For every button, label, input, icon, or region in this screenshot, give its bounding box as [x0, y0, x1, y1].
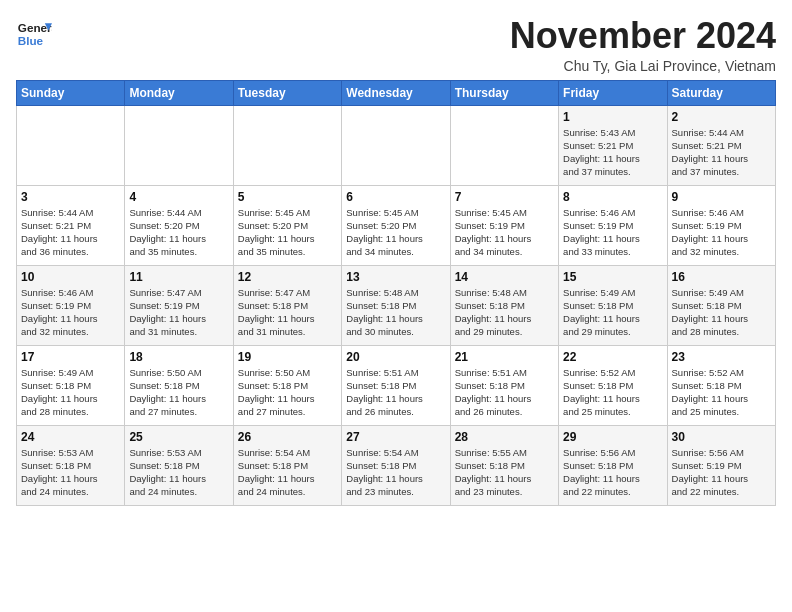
title-block: November 2024 Chu Ty, Gia Lai Province, … [510, 16, 776, 74]
day-number: 28 [455, 430, 554, 444]
calendar-cell: 23Sunrise: 5:52 AM Sunset: 5:18 PM Dayli… [667, 345, 775, 425]
calendar-header-row: SundayMondayTuesdayWednesdayThursdayFrid… [17, 80, 776, 105]
calendar-cell: 28Sunrise: 5:55 AM Sunset: 5:18 PM Dayli… [450, 425, 558, 505]
day-info: Sunrise: 5:46 AM Sunset: 5:19 PM Dayligh… [672, 206, 771, 259]
day-info: Sunrise: 5:51 AM Sunset: 5:18 PM Dayligh… [346, 366, 445, 419]
day-info: Sunrise: 5:49 AM Sunset: 5:18 PM Dayligh… [21, 366, 120, 419]
day-info: Sunrise: 5:45 AM Sunset: 5:19 PM Dayligh… [455, 206, 554, 259]
calendar-cell: 8Sunrise: 5:46 AM Sunset: 5:19 PM Daylig… [559, 185, 667, 265]
day-number: 20 [346, 350, 445, 364]
day-info: Sunrise: 5:54 AM Sunset: 5:18 PM Dayligh… [238, 446, 337, 499]
day-number: 5 [238, 190, 337, 204]
day-info: Sunrise: 5:46 AM Sunset: 5:19 PM Dayligh… [21, 286, 120, 339]
col-header-sunday: Sunday [17, 80, 125, 105]
calendar-cell: 10Sunrise: 5:46 AM Sunset: 5:19 PM Dayli… [17, 265, 125, 345]
calendar-week-row: 17Sunrise: 5:49 AM Sunset: 5:18 PM Dayli… [17, 345, 776, 425]
day-info: Sunrise: 5:54 AM Sunset: 5:18 PM Dayligh… [346, 446, 445, 499]
day-info: Sunrise: 5:48 AM Sunset: 5:18 PM Dayligh… [455, 286, 554, 339]
calendar-cell: 6Sunrise: 5:45 AM Sunset: 5:20 PM Daylig… [342, 185, 450, 265]
day-info: Sunrise: 5:55 AM Sunset: 5:18 PM Dayligh… [455, 446, 554, 499]
logo: General Blue [16, 16, 52, 52]
day-number: 6 [346, 190, 445, 204]
calendar-cell: 9Sunrise: 5:46 AM Sunset: 5:19 PM Daylig… [667, 185, 775, 265]
day-info: Sunrise: 5:44 AM Sunset: 5:21 PM Dayligh… [672, 126, 771, 179]
day-info: Sunrise: 5:46 AM Sunset: 5:19 PM Dayligh… [563, 206, 662, 259]
day-number: 27 [346, 430, 445, 444]
day-number: 11 [129, 270, 228, 284]
calendar-cell [342, 105, 450, 185]
day-info: Sunrise: 5:56 AM Sunset: 5:18 PM Dayligh… [563, 446, 662, 499]
calendar-cell [450, 105, 558, 185]
calendar-cell: 4Sunrise: 5:44 AM Sunset: 5:20 PM Daylig… [125, 185, 233, 265]
calendar-cell: 1Sunrise: 5:43 AM Sunset: 5:21 PM Daylig… [559, 105, 667, 185]
day-number: 10 [21, 270, 120, 284]
calendar-week-row: 1Sunrise: 5:43 AM Sunset: 5:21 PM Daylig… [17, 105, 776, 185]
day-info: Sunrise: 5:48 AM Sunset: 5:18 PM Dayligh… [346, 286, 445, 339]
day-number: 14 [455, 270, 554, 284]
day-info: Sunrise: 5:44 AM Sunset: 5:20 PM Dayligh… [129, 206, 228, 259]
day-number: 29 [563, 430, 662, 444]
day-number: 3 [21, 190, 120, 204]
day-info: Sunrise: 5:52 AM Sunset: 5:18 PM Dayligh… [563, 366, 662, 419]
day-number: 15 [563, 270, 662, 284]
calendar-cell: 30Sunrise: 5:56 AM Sunset: 5:19 PM Dayli… [667, 425, 775, 505]
calendar-cell: 18Sunrise: 5:50 AM Sunset: 5:18 PM Dayli… [125, 345, 233, 425]
day-number: 19 [238, 350, 337, 364]
day-info: Sunrise: 5:56 AM Sunset: 5:19 PM Dayligh… [672, 446, 771, 499]
day-number: 24 [21, 430, 120, 444]
day-info: Sunrise: 5:44 AM Sunset: 5:21 PM Dayligh… [21, 206, 120, 259]
calendar-cell [17, 105, 125, 185]
day-info: Sunrise: 5:47 AM Sunset: 5:18 PM Dayligh… [238, 286, 337, 339]
day-info: Sunrise: 5:53 AM Sunset: 5:18 PM Dayligh… [21, 446, 120, 499]
day-number: 7 [455, 190, 554, 204]
col-header-friday: Friday [559, 80, 667, 105]
day-number: 30 [672, 430, 771, 444]
day-info: Sunrise: 5:51 AM Sunset: 5:18 PM Dayligh… [455, 366, 554, 419]
day-number: 2 [672, 110, 771, 124]
col-header-wednesday: Wednesday [342, 80, 450, 105]
day-number: 26 [238, 430, 337, 444]
calendar-cell: 16Sunrise: 5:49 AM Sunset: 5:18 PM Dayli… [667, 265, 775, 345]
day-number: 18 [129, 350, 228, 364]
day-number: 4 [129, 190, 228, 204]
calendar-cell [233, 105, 341, 185]
calendar-cell: 11Sunrise: 5:47 AM Sunset: 5:19 PM Dayli… [125, 265, 233, 345]
calendar-cell: 7Sunrise: 5:45 AM Sunset: 5:19 PM Daylig… [450, 185, 558, 265]
calendar-week-row: 10Sunrise: 5:46 AM Sunset: 5:19 PM Dayli… [17, 265, 776, 345]
col-header-tuesday: Tuesday [233, 80, 341, 105]
location-subtitle: Chu Ty, Gia Lai Province, Vietnam [510, 58, 776, 74]
calendar-cell: 20Sunrise: 5:51 AM Sunset: 5:18 PM Dayli… [342, 345, 450, 425]
day-number: 17 [21, 350, 120, 364]
day-info: Sunrise: 5:52 AM Sunset: 5:18 PM Dayligh… [672, 366, 771, 419]
calendar-cell: 17Sunrise: 5:49 AM Sunset: 5:18 PM Dayli… [17, 345, 125, 425]
day-info: Sunrise: 5:50 AM Sunset: 5:18 PM Dayligh… [238, 366, 337, 419]
calendar-week-row: 3Sunrise: 5:44 AM Sunset: 5:21 PM Daylig… [17, 185, 776, 265]
calendar-cell: 15Sunrise: 5:49 AM Sunset: 5:18 PM Dayli… [559, 265, 667, 345]
day-info: Sunrise: 5:45 AM Sunset: 5:20 PM Dayligh… [238, 206, 337, 259]
page-header: General Blue November 2024 Chu Ty, Gia L… [16, 16, 776, 74]
svg-text:Blue: Blue [18, 34, 44, 47]
day-number: 21 [455, 350, 554, 364]
svg-text:General: General [18, 21, 52, 34]
calendar-cell: 13Sunrise: 5:48 AM Sunset: 5:18 PM Dayli… [342, 265, 450, 345]
day-info: Sunrise: 5:49 AM Sunset: 5:18 PM Dayligh… [563, 286, 662, 339]
month-year-title: November 2024 [510, 16, 776, 56]
calendar-cell: 12Sunrise: 5:47 AM Sunset: 5:18 PM Dayli… [233, 265, 341, 345]
day-info: Sunrise: 5:50 AM Sunset: 5:18 PM Dayligh… [129, 366, 228, 419]
day-number: 22 [563, 350, 662, 364]
calendar-cell: 26Sunrise: 5:54 AM Sunset: 5:18 PM Dayli… [233, 425, 341, 505]
calendar-cell: 25Sunrise: 5:53 AM Sunset: 5:18 PM Dayli… [125, 425, 233, 505]
calendar-cell [125, 105, 233, 185]
calendar-cell: 21Sunrise: 5:51 AM Sunset: 5:18 PM Dayli… [450, 345, 558, 425]
calendar-cell: 29Sunrise: 5:56 AM Sunset: 5:18 PM Dayli… [559, 425, 667, 505]
day-number: 13 [346, 270, 445, 284]
calendar-cell: 5Sunrise: 5:45 AM Sunset: 5:20 PM Daylig… [233, 185, 341, 265]
calendar-table: SundayMondayTuesdayWednesdayThursdayFrid… [16, 80, 776, 506]
day-info: Sunrise: 5:43 AM Sunset: 5:21 PM Dayligh… [563, 126, 662, 179]
logo-icon: General Blue [16, 16, 52, 52]
day-number: 8 [563, 190, 662, 204]
col-header-monday: Monday [125, 80, 233, 105]
day-number: 16 [672, 270, 771, 284]
calendar-cell: 27Sunrise: 5:54 AM Sunset: 5:18 PM Dayli… [342, 425, 450, 505]
day-info: Sunrise: 5:49 AM Sunset: 5:18 PM Dayligh… [672, 286, 771, 339]
